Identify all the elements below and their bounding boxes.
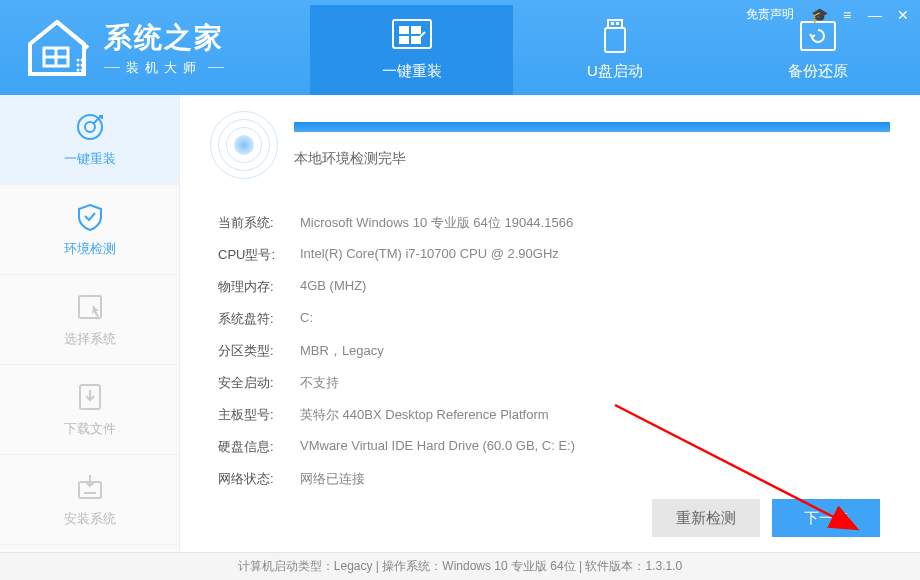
logo-subtitle: 装机大师 <box>104 59 224 77</box>
svg-rect-11 <box>411 26 421 34</box>
sidebar-item-download[interactable]: 下载文件 <box>0 365 179 455</box>
info-value: C: <box>300 310 313 328</box>
svg-rect-18 <box>801 22 835 50</box>
window-controls: 免责声明 🎓 ≡ — ✕ <box>746 6 912 23</box>
tab-label: 备份还原 <box>788 62 848 81</box>
house-logo-icon <box>22 18 92 78</box>
sidebar-item-install[interactable]: 安装系统 <box>0 455 179 545</box>
tab-reinstall[interactable]: 一键重装 <box>310 5 513 95</box>
info-row-cpu: CPU型号:Intel(R) Core(TM) i7-10700 CPU @ 2… <box>210 239 890 271</box>
tab-usb-boot[interactable]: U盘启动 <box>513 5 716 95</box>
main-panel: 本地环境检测完毕 当前系统:Microsoft Windows 10 专业版 6… <box>180 95 920 552</box>
retry-button[interactable]: 重新检测 <box>652 499 760 537</box>
logo-area: 系统之家 装机大师 <box>0 0 310 95</box>
header: 系统之家 装机大师 一键重装 U盘启动 <box>0 0 920 95</box>
minimize-icon[interactable]: — <box>866 7 884 23</box>
info-label: 网络状态: <box>218 470 300 488</box>
logo-text: 系统之家 装机大师 <box>104 19 224 77</box>
svg-rect-12 <box>399 36 409 44</box>
svg-rect-10 <box>399 26 409 34</box>
sidebar-item-reinstall[interactable]: 一键重装 <box>0 95 179 185</box>
info-value: Microsoft Windows 10 专业版 64位 19044.1566 <box>300 214 573 232</box>
disclaimer-link[interactable]: 免责声明 <box>746 6 794 23</box>
sidebar-item-select-system[interactable]: 选择系统 <box>0 275 179 365</box>
menu-icon[interactable]: ≡ <box>838 7 856 23</box>
shield-icon <box>75 202 105 232</box>
svg-point-6 <box>81 63 84 66</box>
info-value: 不支持 <box>300 374 339 392</box>
download-icon <box>75 382 105 412</box>
close-icon[interactable]: ✕ <box>894 7 912 23</box>
sidebar-item-label: 一键重装 <box>64 150 116 168</box>
svg-point-4 <box>81 58 84 61</box>
sidebar-item-label: 环境检测 <box>64 240 116 258</box>
info-list: 当前系统:Microsoft Windows 10 专业版 64位 19044.… <box>210 207 890 495</box>
footer: 计算机启动类型：Legacy | 操作系统：Windows 10 专业版 64位… <box>0 552 920 580</box>
svg-point-7 <box>77 68 80 71</box>
info-row-partition: 分区类型:MBR，Legacy <box>210 335 890 367</box>
info-value: 4GB (MHZ) <box>300 278 366 296</box>
info-label: 硬盘信息: <box>218 438 300 456</box>
tab-label: 一键重装 <box>382 62 442 81</box>
info-label: 物理内存: <box>218 278 300 296</box>
info-row-memory: 物理内存:4GB (MHZ) <box>210 271 890 303</box>
svg-point-5 <box>77 63 80 66</box>
sidebar-item-label: 选择系统 <box>64 330 116 348</box>
info-value: 英特尔 440BX Desktop Reference Platform <box>300 406 549 424</box>
info-value: VMware Virtual IDE Hard Drive (60.0 GB, … <box>300 438 575 456</box>
logo-title: 系统之家 <box>104 19 224 57</box>
svg-point-3 <box>77 58 80 61</box>
progress-text: 本地环境检测完毕 <box>294 150 890 168</box>
radar-icon <box>210 111 278 179</box>
info-label: 主板型号: <box>218 406 300 424</box>
sidebar: 一键重装 环境检测 选择系统 <box>0 95 180 552</box>
info-label: 当前系统: <box>218 214 300 232</box>
next-button[interactable]: 下一步 <box>772 499 880 537</box>
target-icon <box>75 112 105 142</box>
sidebar-item-label: 下载文件 <box>64 420 116 438</box>
info-row-motherboard: 主板型号:英特尔 440BX Desktop Reference Platfor… <box>210 399 890 431</box>
svg-point-8 <box>81 68 84 71</box>
footer-text: 计算机启动类型：Legacy | 操作系统：Windows 10 专业版 64位… <box>238 558 682 575</box>
svg-rect-14 <box>608 20 622 28</box>
info-label: 安全启动: <box>218 374 300 392</box>
button-row: 重新检测 下一步 <box>210 495 890 545</box>
sidebar-item-label: 安装系统 <box>64 510 116 528</box>
backup-icon <box>797 18 839 54</box>
usb-icon <box>594 18 636 54</box>
info-value: MBR，Legacy <box>300 342 384 360</box>
info-row-disk: 硬盘信息:VMware Virtual IDE Hard Drive (60.0… <box>210 431 890 463</box>
info-row-network: 网络状态:网络已连接 <box>210 463 890 495</box>
info-row-secureboot: 安全启动:不支持 <box>210 367 890 399</box>
info-row-drive: 系统盘符:C: <box>210 303 890 335</box>
tab-label: U盘启动 <box>587 62 643 81</box>
graduation-icon[interactable]: 🎓 <box>810 7 828 23</box>
progress-bar <box>294 122 890 132</box>
info-value: Intel(R) Core(TM) i7-10700 CPU @ 2.90GHz <box>300 246 559 264</box>
svg-rect-16 <box>611 22 614 25</box>
install-icon <box>75 472 105 502</box>
info-label: 系统盘符: <box>218 310 300 328</box>
svg-rect-17 <box>616 22 619 25</box>
select-icon <box>75 292 105 322</box>
app-window: 系统之家 装机大师 一键重装 U盘启动 <box>0 0 920 580</box>
info-row-os: 当前系统:Microsoft Windows 10 专业版 64位 19044.… <box>210 207 890 239</box>
sidebar-item-env-check[interactable]: 环境检测 <box>0 185 179 275</box>
windows-icon <box>391 18 433 54</box>
info-value: 网络已连接 <box>300 470 365 488</box>
info-label: 分区类型: <box>218 342 300 360</box>
body: 一键重装 环境检测 选择系统 <box>0 95 920 552</box>
svg-rect-15 <box>605 28 625 52</box>
info-label: CPU型号: <box>218 246 300 264</box>
progress-col: 本地环境检测完毕 <box>294 122 890 168</box>
progress-row: 本地环境检测完毕 <box>210 111 890 179</box>
